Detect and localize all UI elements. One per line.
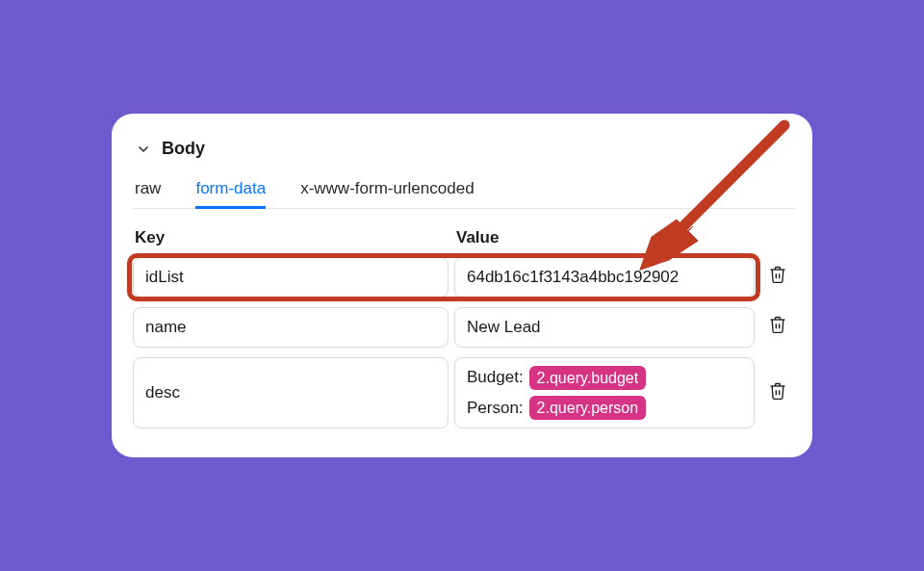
key-input[interactable]: name — [133, 307, 449, 348]
delete-row-button[interactable] — [764, 264, 791, 291]
trash-icon — [768, 265, 787, 289]
value-input[interactable]: Budget: 2.query.budget Person: 2.query.p… — [454, 357, 755, 428]
delete-row-button[interactable] — [764, 379, 791, 406]
key-input[interactable]: idList — [133, 257, 449, 298]
table-row: desc Budget: 2.query.budget Person: 2.qu… — [133, 357, 795, 428]
tab-raw[interactable]: raw — [135, 171, 161, 208]
trash-icon — [768, 381, 787, 405]
column-header-key: Key — [135, 228, 456, 247]
section-title: Body — [162, 139, 205, 159]
column-header-action — [758, 228, 793, 247]
tab-form-data[interactable]: form-data — [195, 171, 266, 208]
form-data-table: Key Value idList 64db16c1f3143a4bbc19290… — [133, 222, 795, 428]
variable-token[interactable]: 2.query.budget — [529, 366, 647, 390]
value-label: Person: — [467, 399, 524, 418]
section-header[interactable]: Body — [133, 139, 795, 160]
delete-row-button[interactable] — [764, 314, 791, 341]
key-input[interactable]: desc — [133, 357, 449, 428]
body-panel: Body raw form-data x-www-form-urlencoded… — [112, 114, 812, 457]
value-input[interactable]: 64db16c1f3143a4bbc192902 — [454, 257, 755, 298]
body-type-tabs: raw form-data x-www-form-urlencoded — [133, 171, 795, 209]
table-row: name New Lead — [133, 307, 795, 348]
tab-urlencoded[interactable]: x-www-form-urlencoded — [300, 171, 474, 208]
value-input[interactable]: New Lead — [454, 307, 755, 348]
table-header-row: Key Value — [133, 222, 795, 257]
value-line: Person: 2.query.person — [467, 396, 646, 420]
value-label: Budget: — [467, 368, 524, 387]
trash-icon — [768, 315, 787, 339]
column-header-value: Value — [456, 228, 758, 247]
table-row: idList 64db16c1f3143a4bbc192902 — [133, 257, 795, 298]
variable-token[interactable]: 2.query.person — [529, 396, 647, 420]
chevron-down-icon — [133, 139, 154, 160]
value-line: Budget: 2.query.budget — [467, 366, 646, 390]
